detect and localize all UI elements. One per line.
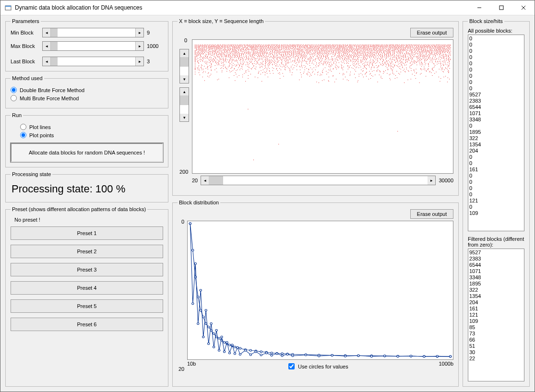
preset-6-button[interactable]: Preset 6 xyxy=(11,318,163,331)
list-item[interactable]: 204 xyxy=(469,299,523,306)
list-item[interactable]: 1354 xyxy=(469,142,523,148)
arrow-left-icon[interactable]: ◂ xyxy=(43,28,51,37)
maximize-button[interactable] xyxy=(490,0,512,15)
plot1-vscroll-a[interactable]: ▴ ▾ xyxy=(179,49,189,83)
list-item[interactable]: 0 xyxy=(469,79,523,85)
arrow-down-icon[interactable]: ▾ xyxy=(180,114,189,121)
plot1-vscroll-b[interactable]: ▴ ▾ xyxy=(179,87,189,122)
list-item[interactable]: 6544 xyxy=(469,104,523,110)
list-item[interactable]: 0 xyxy=(469,48,523,54)
list-item[interactable]: 3348 xyxy=(469,117,523,123)
list-item[interactable]: 322 xyxy=(469,287,523,293)
svg-rect-98 xyxy=(337,45,338,45)
list-item[interactable]: 0 xyxy=(469,191,523,198)
list-item[interactable]: 66 xyxy=(469,337,523,343)
list-item[interactable]: 0 xyxy=(469,123,523,129)
preset-1-button[interactable]: Preset 1 xyxy=(11,226,163,240)
plot2-erase-button[interactable]: Erase output xyxy=(410,209,453,219)
list-item[interactable]: 1071 xyxy=(469,110,523,117)
filtered-blocks-list[interactable]: 9527238365441071334818953221354204161121… xyxy=(468,249,524,381)
svg-rect-379 xyxy=(256,46,257,47)
svg-rect-1534 xyxy=(363,52,363,52)
svg-rect-1015 xyxy=(336,49,336,49)
last-block-slider[interactable]: ◂ ▸ xyxy=(42,57,144,66)
svg-rect-1836 xyxy=(281,54,282,54)
list-item[interactable]: 1895 xyxy=(469,281,523,287)
list-item[interactable]: 0 xyxy=(469,160,523,166)
arrow-down-icon[interactable]: ▾ xyxy=(180,75,189,83)
preset-4-button[interactable]: Preset 4 xyxy=(11,281,163,295)
list-item[interactable]: 121 xyxy=(469,312,523,318)
min-block-slider[interactable]: ◂ ▸ xyxy=(42,28,144,37)
list-item[interactable]: 85 xyxy=(469,324,523,331)
svg-rect-777 xyxy=(421,48,422,48)
list-item[interactable]: 9527 xyxy=(469,249,523,256)
list-item[interactable]: 0 xyxy=(469,36,523,42)
svg-rect-2307 xyxy=(219,58,219,58)
arrow-left-icon[interactable]: ◂ xyxy=(43,42,51,50)
list-item[interactable]: 161 xyxy=(469,166,523,173)
list-item[interactable]: 121 xyxy=(469,198,523,204)
list-item[interactable]: 0 xyxy=(469,85,523,92)
list-item[interactable]: 161 xyxy=(469,306,523,312)
list-item[interactable]: 204 xyxy=(469,148,523,154)
arrow-right-icon[interactable]: ▸ xyxy=(135,42,143,50)
plot1-erase-button[interactable]: Erase output xyxy=(410,28,453,37)
list-item[interactable]: 1071 xyxy=(469,268,523,274)
svg-rect-807 xyxy=(216,48,217,48)
list-item[interactable]: 2383 xyxy=(469,98,523,104)
list-item[interactable]: 2383 xyxy=(469,256,523,262)
use-circles-checkbox[interactable] xyxy=(288,363,295,369)
list-item[interactable]: 0 xyxy=(469,60,523,67)
max-block-slider[interactable]: ◂ ▸ xyxy=(42,41,144,51)
svg-rect-2151 xyxy=(317,56,317,57)
svg-rect-2837 xyxy=(281,62,282,63)
arrow-right-icon[interactable]: ▸ xyxy=(135,57,143,66)
plot-lines-radio[interactable] xyxy=(20,124,26,130)
list-item[interactable]: 51 xyxy=(469,343,523,349)
list-item[interactable]: 109 xyxy=(469,210,523,216)
list-item[interactable]: 9527 xyxy=(469,92,523,98)
svg-rect-134 xyxy=(393,45,394,45)
list-item[interactable]: 1895 xyxy=(469,129,523,135)
list-item[interactable]: 322 xyxy=(469,135,523,142)
list-item[interactable]: 0 xyxy=(469,204,523,210)
arrow-right-icon[interactable]: ▸ xyxy=(135,28,143,37)
close-button[interactable] xyxy=(512,0,535,15)
list-item[interactable]: 0 xyxy=(469,173,523,179)
list-item[interactable]: 3348 xyxy=(469,274,523,281)
list-item[interactable]: 109 xyxy=(469,318,523,324)
arrow-right-icon[interactable]: ▸ xyxy=(428,176,435,185)
list-item[interactable]: 0 xyxy=(469,179,523,185)
arrow-up-icon[interactable]: ▴ xyxy=(180,49,189,57)
preset-3-button[interactable]: Preset 3 xyxy=(11,263,163,276)
svg-rect-1637 xyxy=(327,52,327,53)
method-double-radio[interactable] xyxy=(11,87,17,93)
list-item[interactable]: 0 xyxy=(469,154,523,160)
preset-2-button[interactable]: Preset 2 xyxy=(11,245,163,258)
minimize-button[interactable] xyxy=(468,0,490,15)
svg-rect-2567 xyxy=(290,59,291,60)
allocate-button[interactable]: Allocate data blocks for random DNA sequ… xyxy=(11,143,163,162)
svg-rect-232 xyxy=(287,45,288,46)
list-item[interactable]: 0 xyxy=(469,185,523,191)
preset-5-button[interactable]: Preset 5 xyxy=(11,299,163,313)
list-item[interactable]: 0 xyxy=(469,67,523,73)
list-item[interactable]: 22 xyxy=(469,356,523,362)
arrow-left-icon[interactable]: ◂ xyxy=(43,57,51,66)
list-item[interactable]: 6544 xyxy=(469,262,523,268)
svg-rect-1495 xyxy=(282,52,282,52)
arrow-up-icon[interactable]: ▴ xyxy=(180,88,189,95)
svg-rect-611 xyxy=(389,47,390,47)
list-item[interactable]: 0 xyxy=(469,73,523,79)
list-item[interactable]: 0 xyxy=(469,42,523,48)
plot-points-radio[interactable] xyxy=(20,132,26,138)
plot1-hscroll[interactable]: ◂ ▸ xyxy=(201,176,436,185)
list-item[interactable]: 30 xyxy=(469,349,523,356)
list-item[interactable]: 0 xyxy=(469,54,523,60)
list-item[interactable]: 1354 xyxy=(469,293,523,299)
method-multi-radio[interactable] xyxy=(11,95,17,101)
all-blocks-list[interactable]: 0000000009527238365441071334801895322135… xyxy=(468,35,524,231)
arrow-left-icon[interactable]: ◂ xyxy=(201,176,209,185)
list-item[interactable]: 73 xyxy=(469,331,523,337)
